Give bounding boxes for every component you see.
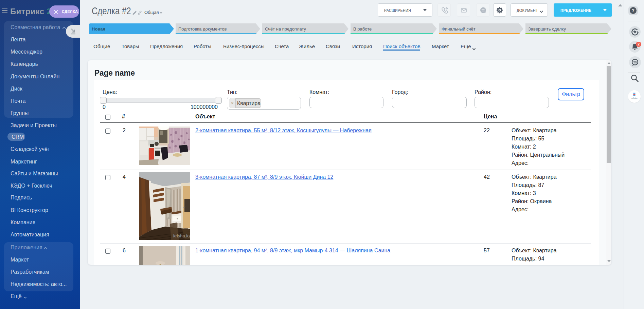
svg-text:redhelper: redhelper <box>631 97 638 99</box>
svg-text:krisha.kz: krisha.kz <box>173 233 190 238</box>
